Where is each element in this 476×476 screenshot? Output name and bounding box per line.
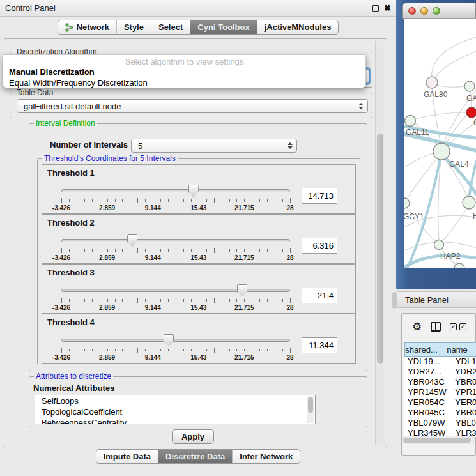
apply-button[interactable]: Apply [172, 429, 214, 444]
tab-jactivemnodules[interactable]: jActiveMNodules [257, 20, 339, 34]
column-header-name[interactable]: name [438, 342, 476, 357]
node-label: GAL11 [406, 128, 429, 137]
slider-track[interactable] [61, 339, 290, 342]
network-window-titlebar[interactable] [402, 3, 476, 19]
table-row[interactable]: YER054CYER0 [404, 397, 476, 408]
zoom-traffic-light[interactable] [433, 7, 440, 15]
node-h[interactable] [463, 196, 475, 209]
slider-tick-labels: -3.4262.8599.14415.4321.71528 [61, 354, 290, 362]
attributes-group: Attributes to discretize Numerical Attri… [29, 376, 367, 427]
node-top-right[interactable] [464, 81, 475, 91]
tab-label: Style [124, 22, 144, 32]
dropdown-option-equal-width[interactable]: Equal Width/Frequency Discretization [3, 77, 365, 88]
checkbox-icon[interactable]: ✓ [459, 323, 466, 330]
table-horizontal-scrollbar[interactable] [402, 436, 475, 444]
minimize-traffic-light[interactable] [420, 7, 428, 15]
table-toolbar: ⚙ ✓ ✓ [402, 314, 475, 339]
gear-icon[interactable]: ⚙ [412, 321, 422, 332]
split-columns-icon[interactable] [431, 322, 441, 332]
tab-label: Infer Network [240, 452, 293, 461]
tab-select[interactable]: Select [151, 20, 190, 34]
attribute-list-item[interactable]: BetweennessCentrality [35, 417, 315, 424]
node-label: GCY1 [404, 212, 424, 221]
slider-ticks [61, 198, 290, 203]
tab-infer-network[interactable]: Infer Network [232, 450, 300, 463]
network-icon [65, 23, 73, 32]
close-icon[interactable]: ✖ [384, 5, 391, 12]
main-scrollbar[interactable] [375, 41, 385, 445]
table-panel-title: Table Panel [405, 295, 449, 305]
attribute-list-item[interactable]: TopologicalCoefficient [35, 406, 315, 417]
node-bottom-partial[interactable] [454, 263, 464, 268]
node-gal4[interactable] [433, 143, 450, 160]
table-row[interactable]: YBR045CYBR0 [404, 408, 476, 418]
threshold-4-value-field[interactable]: 11.344 [302, 337, 337, 353]
node-hap2[interactable] [434, 240, 444, 250]
slider-track[interactable] [61, 189, 290, 192]
network-desktop-background: GAL80 GA C GAL11 GAL4 GCY1 H HAP2 [396, 0, 476, 289]
slider-track[interactable] [61, 289, 290, 292]
slider-track[interactable] [61, 239, 290, 242]
tab-label: Cyni Toolbox [197, 22, 249, 32]
threshold-2-value-field[interactable]: 6.316 [302, 238, 337, 254]
table-row[interactable]: YBR043CYBR0 [404, 377, 476, 387]
network-graph: GAL80 GA C GAL11 GAL4 GCY1 H HAP2 [404, 19, 476, 268]
slider-handle[interactable] [164, 334, 174, 346]
table-data-combo[interactable]: galFiltered.sif default node [17, 99, 368, 113]
tab-style[interactable]: Style [116, 20, 151, 34]
threshold-2-label: Threshold 2 [47, 218, 95, 227]
table-hscrollbar-thumb[interactable] [403, 438, 471, 443]
tab-label: Discretize Data [165, 452, 225, 461]
table-row[interactable]: YBL079WYBL0 [404, 418, 476, 428]
table-panel-body: ⚙ ✓ ✓ shared... name YDL19...YDL1YDR27..… [397, 308, 476, 476]
slider-handle[interactable] [188, 185, 199, 197]
threshold-1-value-field[interactable]: 14.713 [302, 188, 337, 204]
main-scrollbar-thumb[interactable] [377, 134, 383, 364]
float-window-icon[interactable] [372, 5, 379, 12]
table-data-group-title: Table Data [15, 88, 55, 97]
interval-definition-group: Interval Definition Number of Intervals … [29, 123, 367, 371]
threshold-2-slider[interactable]: -3.4262.8599.14415.4321.71528 [61, 234, 290, 259]
numerical-attributes-list[interactable]: SelfLoopsTopologicalCoefficientBetweenne… [35, 395, 316, 424]
table-row[interactable]: YDL19...YDL1 [404, 357, 476, 367]
node-attribute-table[interactable]: shared... name YDL19...YDL1YDR27...YDR2Y… [404, 342, 476, 437]
table-panel-titlebar: Table Panel [397, 291, 476, 308]
threshold-1-slider[interactable]: -3.4262.8599.14415.4321.71528 [61, 184, 290, 210]
interval-definition-title: Interval Definition [34, 119, 97, 128]
threshold-4-slider[interactable]: -3.4262.8599.14415.4321.71528 [61, 334, 290, 359]
cyni-toolbox-panel: Discretization Algorithm Select algorith… [4, 38, 387, 447]
dropdown-option-manual[interactable]: Manual Discretization [3, 66, 365, 77]
node-label: GA [466, 94, 476, 103]
tab-cyni-toolbox[interactable]: Cyni Toolbox [190, 20, 256, 34]
threshold-3-value-field[interactable]: 21.4 [302, 288, 337, 303]
tab-label: Select [158, 22, 183, 32]
number-of-intervals-combo[interactable]: 5 [131, 139, 297, 153]
column-header-shared-name[interactable]: shared... [404, 342, 438, 357]
checkbox-icon[interactable]: ✓ [450, 323, 457, 330]
table-row[interactable]: YPR145WYPR1 [404, 387, 476, 397]
node-gal11[interactable] [405, 116, 416, 127]
close-traffic-light[interactable] [408, 7, 416, 15]
list-scrollbar[interactable] [307, 396, 314, 423]
network-view-canvas[interactable]: GAL80 GA C GAL11 GAL4 GCY1 H HAP2 [404, 19, 476, 268]
table-row[interactable]: YDR27...YDR2 [404, 367, 476, 377]
attributes-group-title: Attributes to discretize [34, 372, 113, 381]
panel-splitter-handle[interactable] [392, 292, 397, 309]
node-label: HAP2 [440, 252, 461, 261]
slider-handle[interactable] [237, 284, 247, 296]
node-label: GAL4 [449, 160, 469, 169]
tab-impute-data[interactable]: Impute Data [96, 450, 158, 463]
node-highlighted-red[interactable] [466, 107, 476, 118]
attribute-list-item[interactable]: SelfLoops [35, 395, 315, 406]
slider-ticks [61, 248, 290, 253]
slider-handle[interactable] [127, 234, 137, 247]
node-gal80[interactable] [426, 77, 438, 88]
panel-title: Control Panel [5, 3, 56, 13]
threshold-3-slider[interactable]: -3.4262.8599.14415.4321.71528 [61, 284, 290, 309]
tab-network[interactable]: Network [58, 20, 116, 34]
table-data-combo-value: galFiltered.sif default node [24, 102, 121, 111]
node-gcy1[interactable] [404, 198, 410, 208]
tab-discretize-data[interactable]: Discretize Data [158, 450, 232, 463]
list-scrollbar-thumb[interactable] [308, 397, 313, 413]
threshold-3-label: Threshold 3 [47, 268, 95, 277]
